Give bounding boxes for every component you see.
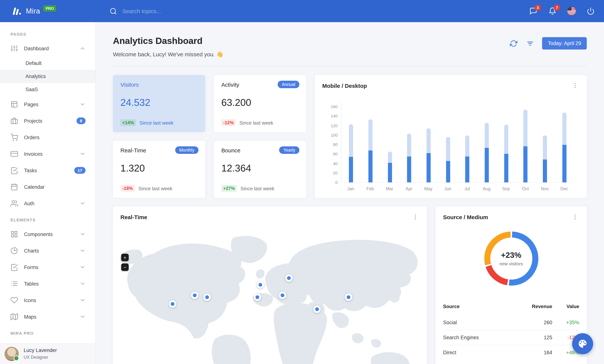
map-zoom-in-button[interactable]: +: [121, 254, 129, 261]
card-title: Source / Medium: [443, 214, 488, 220]
revenue-cell: 125: [518, 335, 552, 340]
bar-apr[interactable]: [400, 102, 419, 182]
sidebar-item-label: Default: [25, 60, 42, 66]
sidebar-item-components[interactable]: Components: [0, 226, 95, 242]
language-button[interactable]: [567, 7, 576, 16]
bar-jul[interactable]: [458, 102, 477, 182]
source-table: SourceRevenueValue Social 260 +35% Searc…: [443, 299, 579, 360]
map-marker-madrid[interactable]: [254, 293, 261, 301]
column-header: Source: [443, 304, 518, 309]
global-search[interactable]: [110, 7, 234, 15]
more-options-button[interactable]: [571, 213, 579, 221]
sidebar-item-icons[interactable]: Icons: [0, 292, 95, 308]
sidebar-item-orders[interactable]: Orders: [0, 129, 95, 146]
sidebar-item-charts[interactable]: Charts: [0, 242, 95, 259]
sidebar-item-tables[interactable]: Tables: [0, 276, 95, 292]
map-marker-moscow[interactable]: [285, 274, 292, 282]
map-marker-chicago[interactable]: [191, 292, 198, 299]
period-badge[interactable]: Yearly: [279, 146, 299, 154]
chevron-down-icon: [79, 231, 86, 237]
refresh-button[interactable]: [509, 39, 518, 48]
notifications-button[interactable]: 7: [548, 7, 557, 16]
us-flag-icon: [567, 7, 576, 15]
map-zoom-out-button[interactable]: −: [121, 264, 129, 271]
sidebar-item-calendar[interactable]: Calendar: [0, 179, 95, 195]
theme-settings-button[interactable]: [572, 333, 593, 354]
chevron-down-icon: [79, 201, 86, 206]
sidebar-item-pages[interactable]: Pages: [0, 96, 95, 113]
bar-oct[interactable]: [516, 102, 535, 182]
sidebar-item-saas[interactable]: SaaS: [0, 83, 95, 96]
donut-segment-direct[interactable]: [487, 235, 510, 264]
date-range-button[interactable]: Today: April 29: [542, 37, 587, 50]
world-map[interactable]: + −: [113, 227, 427, 364]
bar-jun[interactable]: [438, 102, 458, 182]
sidebar-item-auth[interactable]: Auth: [0, 195, 95, 212]
bar-jan[interactable]: [341, 102, 361, 182]
sidebar-item-analytics[interactable]: Analytics: [0, 70, 95, 83]
table-row-search-engines[interactable]: Search Engines 125 -12%: [443, 330, 579, 345]
navbar-actions: 3 7: [528, 7, 604, 16]
stat-value: 12.364: [221, 163, 299, 174]
sidebar-item-projects[interactable]: Projects8: [0, 113, 95, 129]
messages-count-badge: 3: [535, 4, 541, 11]
table-row-social[interactable]: Social 260 +35%: [443, 315, 579, 330]
page-subtitle: Welcome back, Lucy! We've missed you. 👋: [113, 51, 223, 58]
more-options-button[interactable]: [411, 213, 419, 221]
map-marker-delhi[interactable]: [313, 305, 321, 313]
bar-feb[interactable]: [361, 102, 380, 182]
more-options-button[interactable]: [571, 81, 579, 90]
bar-aug[interactable]: [477, 102, 496, 182]
search-input[interactable]: [122, 8, 234, 15]
donut-segment-search-engines[interactable]: [488, 266, 507, 282]
x-axis-label: Jan: [341, 187, 361, 191]
sidebar-item-label: Tasks: [24, 168, 37, 173]
period-badge[interactable]: Monthly: [175, 146, 199, 154]
stat-caption: Since last week: [239, 120, 273, 126]
bar-sep[interactable]: [497, 102, 516, 182]
y-axis-tick: 60: [324, 152, 338, 156]
stat-card-visitors: Visitors 24.532 +14% Since last week: [113, 75, 205, 132]
sidebar-item-label: SaaS: [25, 87, 38, 92]
brand[interactable]: Mira PRO: [0, 6, 96, 16]
shopping-cart-icon: [11, 134, 18, 141]
filter-button[interactable]: [526, 39, 535, 48]
bar-dec[interactable]: [555, 102, 574, 182]
sidebar: PAGESDashboardDefaultAnalyticsSaaSPagesP…: [0, 22, 96, 364]
check-square-icon: [11, 167, 18, 174]
sidebar-item-tasks[interactable]: Tasks17: [0, 162, 95, 179]
sidebar-item-label: Pages: [24, 101, 38, 107]
sidebar-item-maps[interactable]: Maps: [0, 308, 95, 325]
map-marker-istanbul[interactable]: [279, 292, 286, 299]
heart-icon: [11, 296, 18, 304]
users-icon: [11, 200, 18, 207]
x-axis-label: May: [419, 187, 438, 191]
x-axis-label: Dec: [555, 187, 574, 191]
messages-button[interactable]: 3: [528, 7, 538, 16]
chevron-down-icon: [79, 248, 86, 254]
sidebar-item-default[interactable]: Default: [0, 57, 95, 70]
x-axis-label: Apr: [399, 187, 419, 191]
sidebar-user[interactable]: Lucy Lavender UX Designer: [0, 343, 95, 364]
user-name: Lucy Lavender: [24, 348, 57, 354]
map-marker-beijing[interactable]: [345, 293, 352, 301]
sidebar-item-label: Forms: [24, 264, 38, 270]
sidebar-item-invoices[interactable]: Invoices: [0, 146, 95, 162]
x-axis-label: Feb: [361, 187, 380, 191]
sidebar-item-dashboard[interactable]: Dashboard: [0, 40, 95, 57]
sign-out-button[interactable]: [586, 7, 595, 16]
bar-nov[interactable]: [535, 102, 554, 182]
bar-may[interactable]: [419, 102, 438, 182]
sidebar-item-forms[interactable]: Forms: [0, 259, 95, 276]
list-icon: [11, 280, 18, 288]
stat-value: 24.532: [120, 97, 198, 108]
bar-mar[interactable]: [380, 102, 400, 182]
donut-segment-social[interactable]: [509, 235, 535, 283]
map-marker-new-york[interactable]: [203, 293, 211, 301]
bar-chart-plot: 020406080100120140160: [341, 102, 574, 183]
sidebar-nav: PAGESDashboardDefaultAnalyticsSaaSPagesP…: [0, 22, 95, 343]
period-badge[interactable]: Annual: [278, 81, 299, 88]
sidebar-item-label: Calendar: [24, 184, 45, 190]
stat-card-activity: Activity Annual 63.200 -12% Since last w…: [214, 75, 306, 132]
table-row-direct[interactable]: Direct 164 +46%: [443, 345, 579, 360]
